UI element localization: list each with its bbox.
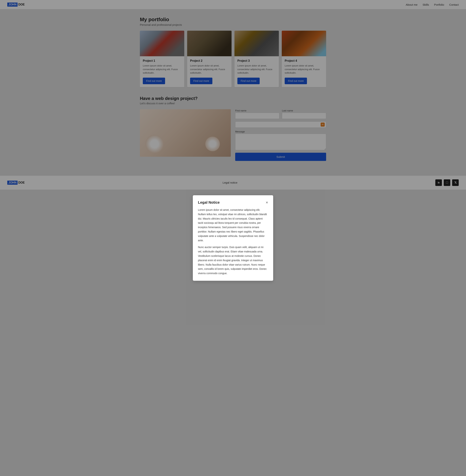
modal-overlay[interactable]: Legal Notice × Lorem ipsum dolor sit ame… (0, 0, 466, 190)
